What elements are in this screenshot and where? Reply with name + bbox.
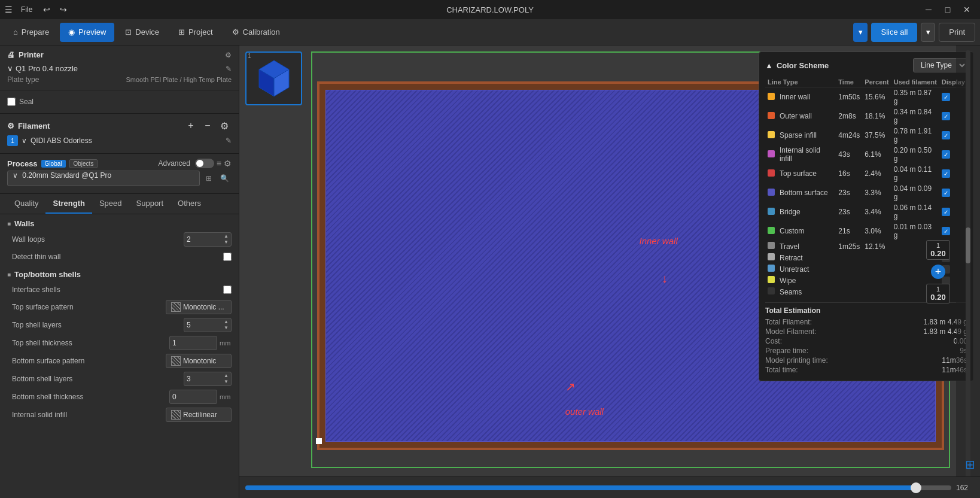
slider-value: 162	[956, 484, 974, 492]
file-menu-button[interactable]: File	[17, 4, 36, 15]
printer-name: ∨ Q1 Pro 0.4 nozzle	[7, 64, 226, 73]
redo-button[interactable]: ↪	[57, 2, 69, 17]
prepare-time-label: Prepare time:	[765, 347, 808, 355]
col-line-type: Line Type	[765, 77, 836, 87]
wall-loops-input[interactable]: 2 ▲ ▼	[184, 232, 232, 247]
scrollbar-track[interactable]	[966, 50, 970, 493]
filament-value: 0.04 m 0.09 g	[891, 183, 939, 202]
scrollbar-thumb[interactable]	[966, 227, 970, 263]
process-preset-display: ∨ 0.20mm Standard @Q1 Pro	[7, 171, 200, 186]
filament-icon: ⚙	[7, 122, 14, 130]
bottom-layer-box: 1 0.20	[926, 284, 950, 303]
process-left: Process Global Objects	[7, 159, 98, 168]
hatch-pattern-icon3	[171, 410, 181, 420]
add-layer-button[interactable]: +	[931, 265, 945, 279]
thumbnail-item[interactable]: 1	[245, 51, 302, 105]
titlebar-controls: ─ □ ✕	[920, 3, 975, 16]
list-icon[interactable]: ≡	[217, 159, 221, 168]
inner-wall-label: Inner wall	[640, 236, 678, 246]
print-button[interactable]: Print	[939, 23, 975, 42]
maximize-button[interactable]: □	[939, 3, 956, 16]
slice-all-button[interactable]: Slice all	[871, 23, 917, 42]
percent-value: 12.1%	[862, 241, 891, 252]
project-nav-button[interactable]: ⊞ Project	[170, 23, 221, 42]
tab-strength[interactable]: Strength	[45, 194, 92, 214]
chevron-up-icon[interactable]: ▲	[765, 61, 773, 70]
filament-value: 0.01 m 0.03 g	[891, 221, 939, 241]
wall-loops-value: 2	[187, 235, 191, 244]
advanced-toggle[interactable]	[195, 159, 214, 168]
layer-slider[interactable]	[245, 485, 951, 490]
bottom-shell-thickness-input[interactable]: 0	[169, 390, 217, 404]
bottom-shell-thickness-unit: mm	[220, 393, 232, 400]
time-value: 4m24s	[836, 126, 862, 145]
bottom-shell-layers-input[interactable]: 3 ▲ ▼	[184, 372, 232, 386]
close-button[interactable]: ✕	[958, 3, 975, 16]
slider-thumb[interactable]	[911, 482, 921, 493]
filament-value: 0.34 m 0.84 g	[891, 107, 939, 126]
top-shell-layers-label: Top shell layers	[7, 321, 184, 329]
bottom-shell-layers-label: Bottom shell layers	[7, 375, 184, 383]
search-icon[interactable]: 🔍	[218, 174, 232, 183]
minimize-button[interactable]: ─	[920, 3, 937, 16]
color-dot-cell	[765, 202, 777, 221]
line-type-name: Travel	[777, 241, 836, 252]
filament-chevron: ∨	[22, 136, 27, 145]
color-table-row: Top surface 16s 2.4% 0.04 m 0.11 g ✓	[765, 164, 967, 183]
increment-arrow: ▲	[224, 373, 229, 379]
hamburger-icon[interactable]: ☰	[5, 5, 13, 14]
preview-nav-button[interactable]: ◉ Preview	[60, 23, 114, 42]
detect-thin-wall-row: Detect thin wall	[7, 248, 232, 265]
line-type-name: Inner wall	[777, 87, 836, 107]
objects-tag[interactable]: Objects	[69, 159, 98, 168]
outer-wall-arrow: ↗	[565, 379, 576, 394]
wall-loops-spinner[interactable]: ▲ ▼	[224, 233, 229, 245]
tab-others[interactable]: Others	[171, 194, 208, 214]
filament-settings-button[interactable]: ⚙	[217, 119, 232, 133]
top-shell-layers-input[interactable]: 5 ▲ ▼	[184, 318, 232, 332]
internal-solid-infill-button[interactable]: Rectilinear	[166, 408, 232, 422]
model-filament-row: Model Filament: 1.83 m 4.49 g	[765, 327, 967, 336]
interface-shells-checkbox[interactable]	[223, 286, 232, 294]
decrement-arrow: ▼	[224, 239, 229, 245]
undo-button[interactable]: ↩	[41, 2, 53, 17]
bottom-shell-thickness-row: Bottom shell thickness 0 mm	[7, 388, 232, 406]
global-tag[interactable]: Global	[41, 160, 66, 168]
calibration-nav-button[interactable]: ⚙ Calibration	[224, 23, 288, 42]
time-value: 23s	[836, 202, 862, 221]
filament-edit-icon[interactable]: ✎	[226, 136, 232, 145]
filament-value: 0.78 m 1.91 g	[891, 126, 939, 145]
bottom-shell-layers-spinner[interactable]: ▲ ▼	[224, 373, 229, 385]
add-filament-button[interactable]: +	[184, 119, 198, 133]
printer-edit-icon[interactable]: ✎	[226, 65, 232, 73]
prepare-nav-button[interactable]: ⌂ Prepare	[5, 23, 57, 42]
line-type-name: Sparse infill	[777, 126, 836, 145]
detect-thin-wall-checkbox[interactable]	[223, 253, 232, 261]
plate-type-value: Smooth PEI Plate / High Temp Plate	[126, 76, 232, 83]
time-value: 2m8s	[836, 107, 862, 126]
print-dropdown-button[interactable]: ▾	[921, 23, 935, 42]
top-shell-thickness-input[interactable]: 1	[169, 336, 217, 350]
slice-dropdown-button[interactable]: ▾	[853, 23, 868, 42]
tab-support[interactable]: Support	[129, 194, 171, 214]
tab-speed[interactable]: Speed	[92, 194, 129, 214]
increment-arrow: ▲	[224, 319, 229, 325]
bottom-shell-thickness-label: Bottom shell thickness	[7, 393, 169, 401]
top-surface-pattern-button[interactable]: Monotonic ...	[166, 300, 232, 314]
layers-icon[interactable]: ⊞	[965, 457, 975, 472]
gear-icon[interactable]: ⚙	[224, 159, 232, 168]
model-printing-row: Model printing time: 11m36s	[765, 356, 967, 365]
top-shell-layers-spinner[interactable]: ▲ ▼	[224, 319, 229, 331]
bottom-surface-pattern-button[interactable]: Monotonic	[166, 354, 232, 368]
seal-checkbox[interactable]	[7, 98, 16, 106]
line-type-name: Custom	[777, 221, 836, 241]
remove-filament-button[interactable]: −	[200, 119, 215, 133]
device-nav-button[interactable]: ⊡ Device	[117, 23, 168, 42]
titlebar: ☰ File ↩ ↪ CHARIZARD.LOW.POLY ─ □ ✕	[0, 0, 980, 19]
printer-settings-icon[interactable]: ⚙	[225, 51, 232, 59]
percent-value	[862, 252, 891, 263]
copy-icon[interactable]: ⊞	[203, 174, 214, 183]
tab-quality[interactable]: Quality	[7, 194, 45, 214]
process-preset-row: ∨ 0.20mm Standard @Q1 Pro ⊞ 🔍	[7, 168, 232, 189]
interface-shells-label: Interface shells	[7, 286, 223, 294]
